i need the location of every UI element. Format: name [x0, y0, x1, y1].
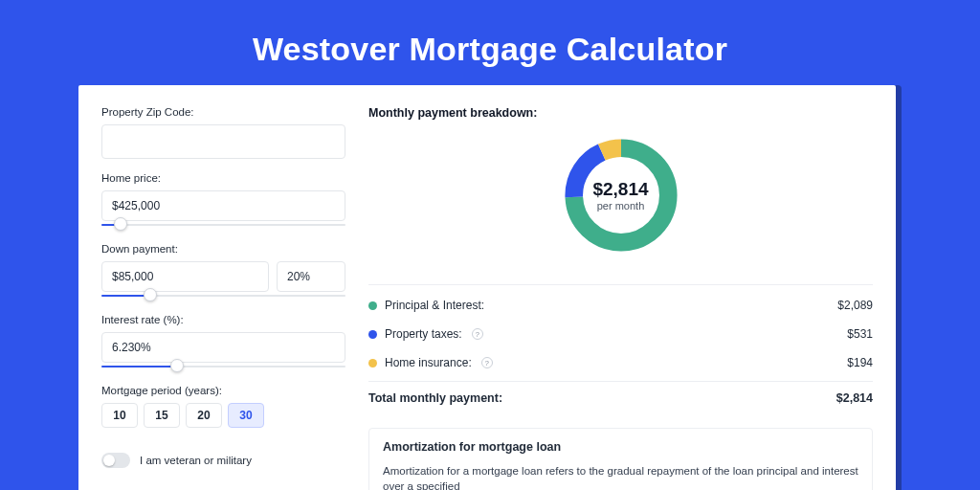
- amortization-title: Amortization for mortgage loan: [383, 440, 858, 454]
- legend-label: Home insurance:: [385, 356, 472, 369]
- legend-amount: $194: [847, 356, 873, 369]
- down-payment-slider-knob[interactable]: [144, 288, 157, 301]
- zip-label: Property Zip Code:: [101, 106, 345, 118]
- form-panel: Property Zip Code: Home price: $425,000 …: [101, 106, 345, 490]
- legend-dot-blue: [368, 330, 377, 339]
- hero: Westover Mortgage Calculator: [0, 0, 980, 85]
- legend-amount: $2,089: [837, 299, 873, 312]
- total-amount: $2,814: [836, 391, 873, 405]
- total-label: Total monthly payment:: [368, 391, 502, 405]
- rate-input[interactable]: 6.230%: [101, 332, 345, 363]
- legend-row: Principal & Interest:$2,089: [368, 291, 873, 320]
- legend-label: Principal & Interest:: [385, 299, 484, 312]
- legend: Principal & Interest:$2,089Property taxe…: [368, 291, 873, 377]
- period-label: Mortgage period (years):: [101, 385, 345, 396]
- total-row: Total monthly payment: $2,814: [368, 381, 873, 416]
- down-percent-value: 20%: [287, 270, 310, 283]
- donut-center: $2,814 per month: [559, 133, 683, 257]
- breakdown-title: Monthly payment breakdown:: [368, 106, 873, 120]
- down-payment-value: $85,000: [112, 270, 153, 283]
- rate-slider-knob[interactable]: [170, 359, 184, 372]
- donut-wrap: $2,814 per month: [368, 120, 873, 275]
- breakdown-panel: Monthly payment breakdown: $2,814 per mo…: [368, 106, 873, 490]
- legend-row: Property taxes:?$531: [368, 320, 873, 348]
- veteran-toggle[interactable]: [101, 453, 130, 468]
- rate-value: 6.230%: [112, 341, 151, 354]
- legend-label: Property taxes:: [385, 327, 462, 341]
- home-price-value: $425,000: [112, 199, 160, 212]
- legend-dot-yellow: [368, 359, 377, 368]
- donut-chart: $2,814 per month: [559, 133, 683, 257]
- legend-dot-green: [368, 301, 377, 310]
- amortization-body: Amortization for a mortgage loan refers …: [383, 463, 858, 490]
- calculator-card: Property Zip Code: Home price: $425,000 …: [78, 85, 896, 490]
- info-icon[interactable]: ?: [481, 357, 493, 368]
- down-percent-input[interactable]: 20%: [277, 261, 345, 292]
- down-payment-slider[interactable]: [101, 291, 345, 301]
- period-button-30[interactable]: 30: [228, 403, 264, 428]
- zip-input[interactable]: [101, 124, 345, 159]
- home-price-input[interactable]: $425,000: [101, 190, 345, 221]
- card-shadow: Property Zip Code: Home price: $425,000 …: [78, 85, 902, 490]
- legend-row: Home insurance:?$194: [368, 348, 873, 377]
- period-button-15[interactable]: 15: [144, 403, 180, 428]
- home-price-label: Home price:: [101, 172, 345, 184]
- home-price-slider-knob[interactable]: [114, 217, 127, 231]
- rate-slider-fill: [101, 366, 177, 368]
- veteran-row: I am veteran or military: [101, 453, 345, 468]
- home-price-slider[interactable]: [101, 220, 345, 230]
- amortization-box: Amortization for mortgage loan Amortizat…: [368, 428, 873, 490]
- info-icon[interactable]: ?: [472, 328, 483, 340]
- divider: [368, 284, 873, 285]
- period-button-10[interactable]: 10: [101, 403, 138, 428]
- down-payment-input[interactable]: $85,000: [101, 261, 269, 292]
- period-row: 10152030: [101, 403, 345, 428]
- legend-amount: $531: [847, 327, 873, 341]
- veteran-label: I am veteran or military: [140, 455, 252, 466]
- period-button-20[interactable]: 20: [186, 403, 222, 428]
- rate-label: Interest rate (%):: [101, 314, 345, 325]
- donut-amount: $2,814: [592, 179, 648, 200]
- donut-subtext: per month: [597, 200, 645, 212]
- down-payment-label: Down payment:: [101, 243, 345, 255]
- page-title: Westover Mortgage Calculator: [0, 31, 980, 68]
- rate-slider[interactable]: [101, 362, 345, 371]
